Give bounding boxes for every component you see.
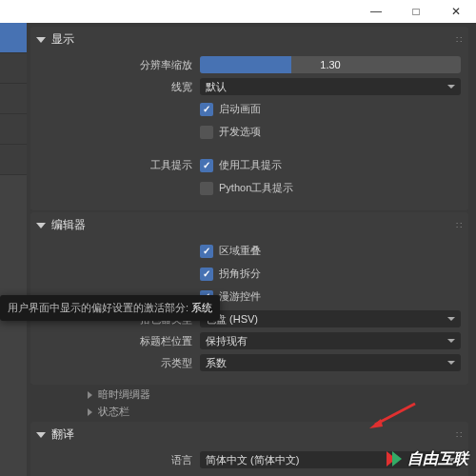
- panel-title: 编辑器: [51, 217, 456, 233]
- line-width-label: 线宽: [38, 80, 200, 94]
- watermark: 自由互联: [383, 447, 468, 470]
- splash-checkbox[interactable]: [200, 103, 213, 116]
- expand-icon: [36, 432, 46, 438]
- devextras-label: 开发选项: [219, 125, 261, 139]
- header-position-label: 标题栏位置: [38, 334, 200, 348]
- sub-item[interactable]: 暗时绸绸器: [88, 387, 468, 402]
- devextras-checkbox[interactable]: [200, 126, 213, 139]
- use-tooltips-label: 使用工具提示: [219, 158, 282, 172]
- color-picker-select[interactable]: 色盘 (HSV): [200, 310, 461, 327]
- factor-type-label: 示类型: [38, 356, 200, 370]
- line-width-select[interactable]: 默认: [200, 78, 461, 95]
- chevron-right-icon: [88, 408, 92, 416]
- maximize-button[interactable]: □: [396, 0, 436, 23]
- annotation-arrow-icon: [369, 402, 417, 430]
- language-label: 语言: [38, 453, 200, 467]
- panel-title: 显示: [51, 31, 456, 48]
- editor-panel-header[interactable]: 编辑器 ∷: [30, 212, 468, 238]
- expand-icon: [36, 223, 46, 228]
- sidebar-item[interactable]: [0, 84, 27, 114]
- use-tooltips-checkbox[interactable]: [200, 159, 213, 172]
- header-position-select[interactable]: 保持现有: [200, 332, 461, 349]
- navigate-widget-label: 漫游控件: [219, 289, 261, 304]
- resolution-scale-label: 分辨率缩放: [38, 58, 200, 72]
- drag-grip-icon[interactable]: ∷: [456, 220, 463, 230]
- expand-icon: [36, 37, 46, 43]
- splash-label: 启动画面: [219, 102, 261, 116]
- svg-marker-1: [369, 419, 383, 428]
- region-overlap-checkbox[interactable]: [200, 245, 213, 258]
- sidebar-item[interactable]: [0, 114, 27, 145]
- factor-type-select[interactable]: 系数: [200, 354, 461, 371]
- drag-grip-icon[interactable]: ∷: [456, 34, 463, 45]
- minimize-button[interactable]: —: [356, 0, 396, 23]
- corner-split-checkbox[interactable]: [200, 268, 213, 281]
- tooltips-label: 工具提示: [38, 158, 200, 172]
- tooltip: 用户界面中显示的偏好设置的激活部分: 系统: [0, 295, 220, 321]
- region-overlap-label: 区域重叠: [219, 244, 261, 258]
- close-button[interactable]: ✕: [436, 0, 476, 23]
- resolution-scale-slider[interactable]: 1.30: [200, 56, 461, 73]
- python-tooltips-checkbox[interactable]: [200, 182, 213, 195]
- sidebar-item[interactable]: [0, 145, 27, 175]
- display-panel-header[interactable]: 显示 ∷: [30, 27, 468, 52]
- sidebar-item[interactable]: [0, 53, 27, 84]
- display-panel: 显示 ∷ 分辨率缩放 1.30 线宽 默认 启动画面 开发选项 工具提示 使用工…: [30, 27, 468, 210]
- sidebar-item[interactable]: [0, 23, 27, 53]
- window-titlebar: — □ ✕: [0, 0, 476, 23]
- corner-split-label: 拐角拆分: [219, 267, 261, 281]
- drag-grip-icon[interactable]: ∷: [456, 429, 463, 440]
- category-sidebar: [0, 23, 27, 476]
- chevron-right-icon: [88, 391, 92, 399]
- python-tooltips-label: Python工具提示: [219, 181, 293, 195]
